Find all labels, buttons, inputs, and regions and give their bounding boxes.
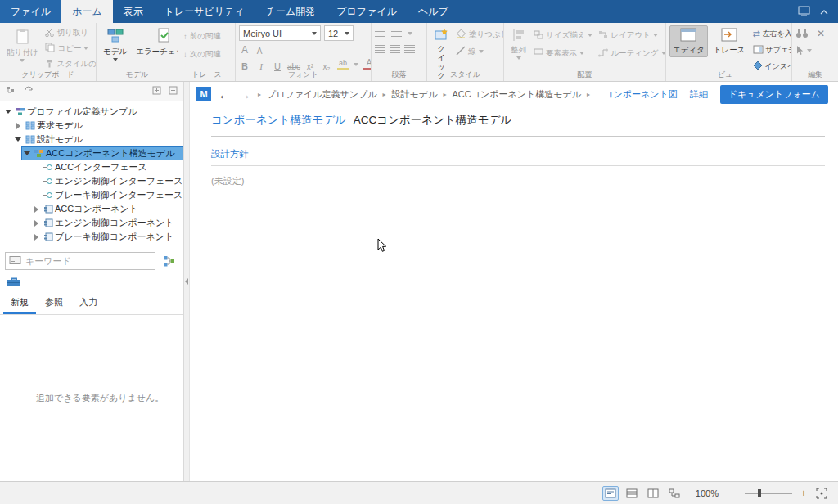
tab-help[interactable]: ヘルプ <box>408 0 459 23</box>
layout-button[interactable]: レイアウト <box>597 28 666 43</box>
breadcrumb-item-design-model[interactable]: 設計モデル <box>392 88 438 101</box>
filter-tree-button[interactable] <box>159 252 178 270</box>
bullet-list-icon[interactable] <box>375 29 385 38</box>
zoom-in-button[interactable]: + <box>799 487 809 499</box>
back-button[interactable]: ← <box>217 88 232 101</box>
editor-view-button[interactable]: エディタ <box>669 25 708 57</box>
zoom-slider-thumb[interactable] <box>758 489 761 497</box>
document-editor-pane: M ← → ▸ プロファイル定義サンプル ▸ 設計モデル ▸ ACCコンポーネン… <box>190 82 838 481</box>
element-visibility-icon <box>534 48 543 59</box>
tree-item-acc-component[interactable]: ACCコンポーネント <box>0 202 183 216</box>
highlight-dropdown-icon <box>354 63 358 66</box>
grow-font-button[interactable]: A <box>239 43 250 56</box>
display-icon[interactable] <box>798 6 810 18</box>
expander-icon[interactable] <box>31 220 41 227</box>
align-dropdown-icon <box>516 56 521 60</box>
breadcrumb-item-profile-sample[interactable]: プロファイル定義サンプル <box>267 88 377 101</box>
component-diagram-link[interactable]: コンポーネント図 <box>604 88 678 101</box>
shrink-font-button[interactable]: A <box>254 43 265 56</box>
routing-icon <box>598 48 608 59</box>
diagram-view-icon[interactable] <box>666 486 683 501</box>
tab-team[interactable]: チーム開発 <box>255 0 327 23</box>
align-left-icon[interactable] <box>375 45 385 54</box>
expand-all-icon[interactable] <box>152 86 161 97</box>
trace-view-button[interactable]: トレース <box>710 25 749 57</box>
expander-icon[interactable] <box>13 137 23 142</box>
tree-item-brake-interface[interactable]: ブレーキ制御インターフェース <box>0 188 183 202</box>
size-match-button[interactable]: サイズ揃え <box>532 28 594 43</box>
design-policy-value[interactable]: (未設定) <box>211 175 825 187</box>
line-button[interactable]: 線 <box>454 44 504 59</box>
forward-button[interactable]: → <box>237 88 252 101</box>
breadcrumb: ▸ プロファイル定義サンプル ▸ 設計モデル ▸ ACCコンポーネント構造モデル… <box>258 88 590 101</box>
align-button[interactable]: 整列 <box>507 25 529 62</box>
tree-item-requirement-model[interactable]: 要求モデル <box>0 119 183 133</box>
collapse-pane-icon[interactable] <box>185 278 188 285</box>
tab-profile[interactable]: プロファイル <box>326 0 408 23</box>
breadcrumb-item-acc-structure[interactable]: ACCコンポーネント構造モデル <box>452 88 581 101</box>
numbered-list-icon[interactable] <box>391 29 402 38</box>
collapse-all-icon[interactable] <box>169 86 178 97</box>
align-center-icon[interactable] <box>390 45 400 54</box>
tree-item-acc-structure-model-selected[interactable]: ACCコンポーネント構造モデル <box>0 146 183 160</box>
visibility-button[interactable]: 要素表示 <box>532 46 594 61</box>
close-icon[interactable]: ✕ <box>817 29 825 38</box>
form-view-icon[interactable] <box>602 486 619 501</box>
model-type-label: コンポーネント構造モデル <box>211 113 346 128</box>
fill-button[interactable]: 塗りつぶし <box>454 27 504 42</box>
breadcrumb-separator-icon: ▸ <box>443 91 446 98</box>
highlight-color-button[interactable]: ab <box>337 60 349 70</box>
interface-icon <box>41 163 55 172</box>
list-dropdown-icon <box>408 32 412 35</box>
swap-left-right-button[interactable]: ⇄ 左右を入れ替え <box>751 26 792 41</box>
routing-button[interactable]: ルーティング <box>597 46 666 61</box>
expander-icon[interactable] <box>13 123 23 129</box>
tab-new[interactable]: 新規 <box>3 293 36 314</box>
list-view-icon[interactable] <box>624 486 640 501</box>
tree-item-engine-component[interactable]: エンジン制御コンポーネント <box>0 216 183 230</box>
tree-item-brake-component[interactable]: ブレーキ制御コンポーネント <box>0 230 183 244</box>
minimize-ribbon-icon[interactable] <box>820 7 828 16</box>
zoom-out-button[interactable]: − <box>728 487 738 499</box>
error-check-button[interactable]: エラーチェック <box>133 25 178 59</box>
font-family-select[interactable]: Meiryo UI <box>239 25 321 41</box>
line-dropdown-icon <box>479 50 484 53</box>
ribbon-tab-bar: ファイル ホーム 表示 トレーサビリティ チーム開発 プロファイル ヘルプ <box>0 0 838 23</box>
expander-icon[interactable] <box>22 151 32 155</box>
prev-relation-button[interactable]: ↑ 前の関連 <box>182 29 223 43</box>
keyword-search-input[interactable] <box>25 256 151 266</box>
document-form-button[interactable]: ドキュメントフォーム <box>720 85 828 104</box>
zoom-slider[interactable] <box>745 493 792 494</box>
split-view-icon[interactable] <box>645 486 661 501</box>
subeditor-button[interactable]: サブエディタ <box>751 43 792 57</box>
paste-button[interactable]: 貼り付け <box>3 25 41 65</box>
search-binoculars-icon[interactable] <box>795 28 809 40</box>
cut-button[interactable]: 切り取り <box>43 25 97 40</box>
detail-link[interactable]: 詳細 <box>690 88 708 101</box>
tab-view[interactable]: 表示 <box>113 0 154 23</box>
tab-home[interactable]: ホーム <box>61 0 113 23</box>
tree-item-acc-interface[interactable]: ACCインターフェース <box>0 160 183 174</box>
tree-item-design-model[interactable]: 設計モデル <box>0 133 183 146</box>
font-size-select[interactable]: 12 <box>324 25 354 41</box>
expander-icon[interactable] <box>3 110 13 114</box>
select-cursor-icon[interactable] <box>795 45 804 57</box>
next-relation-button[interactable]: ↓ 次の関連 <box>182 47 223 61</box>
pane-splitter[interactable] <box>184 82 190 481</box>
group-label-paragraph: 段落 <box>372 70 426 80</box>
tab-traceability[interactable]: トレーサビリティ <box>154 0 255 23</box>
expander-icon[interactable] <box>31 234 41 241</box>
tree-view-icon[interactable] <box>6 86 16 97</box>
font-color-button[interactable]: A <box>363 59 372 70</box>
tree-item-engine-interface[interactable]: エンジン制御インターフェース <box>0 174 183 188</box>
tree-item-root[interactable]: プロファイル定義サンプル <box>0 105 183 119</box>
fit-to-window-icon[interactable] <box>813 486 830 501</box>
copy-button[interactable]: コピー <box>43 41 97 56</box>
sync-selection-icon[interactable] <box>24 86 34 97</box>
expander-icon[interactable] <box>31 206 41 213</box>
model-button[interactable]: モデル <box>100 25 130 64</box>
tab-reference[interactable]: 参照 <box>38 293 70 314</box>
tab-input[interactable]: 入力 <box>72 293 105 314</box>
tab-file[interactable]: ファイル <box>0 0 61 23</box>
align-right-icon[interactable] <box>404 45 415 54</box>
